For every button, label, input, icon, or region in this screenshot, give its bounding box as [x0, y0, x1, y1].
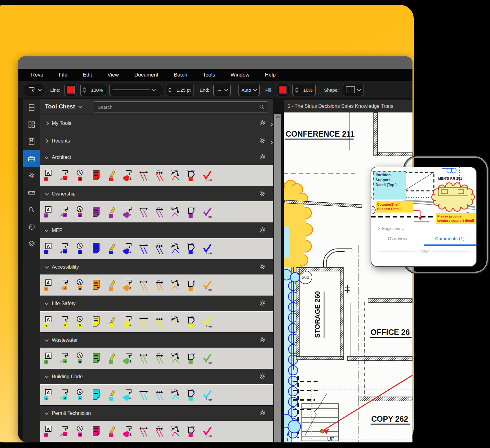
- stepper-icon[interactable]: [83, 84, 88, 96]
- tool-callout-icon[interactable]: a: [59, 241, 70, 256]
- tool-note-icon[interactable]: [90, 388, 102, 402]
- tool-count-check-icon[interactable]: uH: [201, 241, 213, 256]
- tool-dimension-icon[interactable]: [154, 168, 165, 183]
- sidebar-item-search[interactable]: [23, 201, 40, 218]
- tool-text-box-icon[interactable]: Aa: [43, 424, 55, 439]
- tool-highlight-icon[interactable]: [106, 278, 118, 293]
- tool-count-check-icon[interactable]: uH: [201, 205, 213, 220]
- tool-highlight-icon[interactable]: [106, 241, 118, 256]
- tool-polylength-icon[interactable]: [169, 168, 181, 183]
- tool-area-icon[interactable]: [185, 168, 197, 183]
- menu-item-view[interactable]: View: [107, 72, 119, 78]
- tool-callout-icon[interactable]: a: [59, 278, 70, 293]
- menu-item-edit[interactable]: Edit: [83, 72, 92, 78]
- tool-polylength-icon[interactable]: [169, 351, 181, 366]
- tool-text-box-icon[interactable]: Aa: [43, 205, 55, 220]
- tool-callout-icon[interactable]: a: [59, 314, 70, 329]
- menu-item-help[interactable]: Help: [265, 72, 276, 78]
- gear-icon[interactable]: [259, 153, 266, 160]
- gear-icon[interactable]: [259, 372, 266, 380]
- stepper-icon[interactable]: [296, 84, 300, 96]
- tool-callout-icon[interactable]: a: [59, 168, 70, 183]
- tool-area-icon[interactable]: [185, 351, 197, 366]
- gear-icon[interactable]: [259, 137, 266, 144]
- tool-highlight-icon[interactable]: [106, 424, 118, 439]
- tool-polylength-icon[interactable]: [169, 314, 181, 329]
- line-style-dropdown[interactable]: [109, 84, 162, 96]
- tool-polylength-icon[interactable]: [169, 241, 181, 256]
- category-architect[interactable]: Architect: [40, 150, 273, 165]
- window-titlebar[interactable]: [18, 56, 412, 69]
- tab-comments[interactable]: Comments (1): [424, 236, 476, 241]
- tool-highlight-icon[interactable]: [106, 351, 118, 366]
- tool-label-icon[interactable]: Aa: [74, 351, 86, 366]
- gear-icon[interactable]: [259, 190, 266, 197]
- tool-length-icon[interactable]: [138, 278, 149, 293]
- tool-callout-icon[interactable]: a: [59, 351, 70, 366]
- line-end-dropdown[interactable]: →: [213, 84, 231, 96]
- menu-item-window[interactable]: Window: [231, 72, 249, 78]
- category-permit-technician[interactable]: Permit Technician: [40, 406, 273, 421]
- tool-count-check-icon[interactable]: uH: [201, 388, 213, 402]
- tool-label-icon[interactable]: Aa: [74, 314, 86, 329]
- gear-icon[interactable]: [259, 409, 266, 416]
- line-width-control[interactable]: 1.25 pt: [166, 84, 194, 96]
- menu-item-document[interactable]: Document: [134, 72, 158, 78]
- sidebar-item-thumbnails-grid[interactable]: [23, 116, 40, 133]
- sidebar-item-file-tabs[interactable]: [23, 99, 40, 116]
- category-mep[interactable]: MEP: [40, 223, 273, 238]
- menu-item-batch[interactable]: Batch: [174, 72, 187, 78]
- tool-note-icon[interactable]: [90, 205, 102, 220]
- menu-item-file[interactable]: File: [59, 72, 67, 78]
- tool-label-icon[interactable]: Aa: [74, 168, 86, 183]
- tool-note-icon[interactable]: [90, 424, 102, 439]
- tool-length-icon[interactable]: [138, 241, 149, 256]
- sidebar-item-bookmarks[interactable]: [23, 133, 40, 150]
- tool-text-box-icon[interactable]: Aa: [43, 168, 55, 183]
- engineering-row[interactable]: Engineering: [371, 224, 476, 231]
- stepper-icon[interactable]: [169, 84, 173, 96]
- tool-label-icon[interactable]: Aa: [74, 388, 86, 402]
- tool-cloud-callout-icon[interactable]: a: [122, 278, 134, 293]
- tool-highlight-icon[interactable]: [106, 314, 118, 329]
- tool-text-box-icon[interactable]: Aa: [43, 388, 55, 402]
- category-accessibility[interactable]: Accessibility: [40, 259, 273, 275]
- tool-length-icon[interactable]: [138, 168, 149, 183]
- search-input[interactable]: [97, 104, 259, 110]
- tool-note-icon[interactable]: [90, 241, 102, 256]
- tool-area-icon[interactable]: [185, 278, 197, 293]
- tool-note-icon[interactable]: [90, 168, 102, 183]
- expand-right-icon[interactable]: [269, 123, 273, 127]
- tool-cloud-callout-icon[interactable]: a: [122, 241, 134, 256]
- tool-count-check-icon[interactable]: uH: [201, 424, 213, 439]
- shape-dropdown[interactable]: [343, 84, 363, 96]
- tool-dimension-icon[interactable]: [154, 388, 165, 402]
- tool-length-icon[interactable]: [138, 351, 149, 366]
- current-tool-dropdown[interactable]: [25, 84, 44, 96]
- tool-label-icon[interactable]: Aa: [74, 424, 86, 439]
- space-marker-260[interactable]: 260: [302, 275, 309, 280]
- tool-label-icon[interactable]: Aa: [74, 278, 86, 293]
- tool-highlight-icon[interactable]: [106, 205, 118, 220]
- category-wastewater[interactable]: Wastewater: [40, 332, 273, 348]
- category-life-safety[interactable]: Life-Safety: [40, 296, 273, 311]
- tool-callout-icon[interactable]: a: [59, 424, 70, 439]
- category-building-code[interactable]: Building Code: [40, 369, 273, 384]
- hatch-mode-dropdown[interactable]: Auto: [238, 84, 260, 96]
- tool-label-icon[interactable]: Aa: [74, 241, 86, 256]
- line-color-button[interactable]: [65, 84, 77, 96]
- counter-support-note[interactable]: Counter/ShelfSupport Detail?: [376, 201, 413, 213]
- tool-dimension-icon[interactable]: [154, 351, 165, 366]
- tool-cloud-callout-icon[interactable]: a: [122, 388, 134, 402]
- tool-polylength-icon[interactable]: [169, 205, 181, 220]
- tool-highlight-icon[interactable]: [106, 388, 118, 402]
- tool-highlight-icon[interactable]: [106, 168, 118, 183]
- tab-overview[interactable]: Overview: [371, 236, 424, 241]
- tool-dimension-icon[interactable]: [154, 314, 165, 329]
- gear-icon[interactable]: [259, 299, 266, 307]
- fill-color-button[interactable]: [277, 84, 289, 96]
- tool-note-icon[interactable]: [90, 278, 102, 293]
- tool-note-icon[interactable]: [90, 351, 102, 366]
- category-recents[interactable]: Recents: [40, 132, 273, 150]
- tool-text-box-icon[interactable]: Aa: [43, 314, 55, 329]
